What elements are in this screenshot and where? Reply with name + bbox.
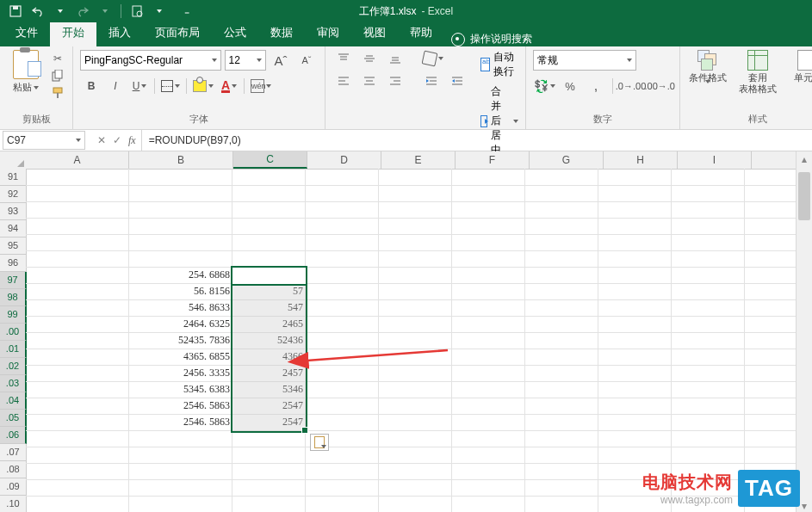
- cell-B98[interactable]: 56. 8156: [128, 283, 233, 299]
- align-left-icon[interactable]: [332, 72, 355, 89]
- cell-styles-button[interactable]: 单元格: [787, 50, 812, 83]
- row-header-109[interactable]: .09: [0, 478, 26, 496]
- column-header-G[interactable]: G: [530, 151, 604, 169]
- row-header-110[interactable]: .10: [0, 496, 26, 512]
- column-header-H[interactable]: H: [604, 151, 678, 169]
- cell-C104[interactable]: 5346: [232, 381, 307, 398]
- scrollbar-thumb[interactable]: [798, 172, 810, 220]
- tell-me-search[interactable]: 操作说明搜索: [451, 32, 532, 46]
- row-header-103[interactable]: .03: [0, 375, 27, 392]
- cell-B100[interactable]: 2464. 6325: [128, 316, 233, 332]
- accounting-format-button[interactable]: 💱: [533, 77, 555, 95]
- row-header-100[interactable]: .00: [0, 324, 27, 341]
- row-header-91[interactable]: 91: [0, 169, 26, 186]
- cell-B101[interactable]: 52435. 7836: [128, 332, 233, 349]
- align-bottom-icon[interactable]: [384, 50, 406, 67]
- underline-button[interactable]: U: [128, 77, 151, 95]
- scroll-up-icon[interactable]: ▴: [797, 151, 812, 167]
- qat-more-caret[interactable]: ₌: [177, 2, 197, 21]
- tab-review[interactable]: 审阅: [305, 20, 351, 46]
- percent-button[interactable]: %: [559, 77, 581, 95]
- cell-C98[interactable]: 57: [232, 283, 307, 299]
- redo-split-caret[interactable]: [95, 2, 115, 21]
- conditional-format-button[interactable]: 条件格式: [687, 50, 728, 95]
- tab-file[interactable]: 文件: [3, 20, 50, 46]
- print-preview-icon[interactable]: [127, 2, 147, 21]
- number-format-combo[interactable]: 常规: [533, 50, 636, 71]
- cell-C99[interactable]: 547: [232, 299, 307, 316]
- column-header-B[interactable]: B: [129, 151, 233, 169]
- tab-formulas[interactable]: 公式: [212, 20, 258, 46]
- cell-C100[interactable]: 2465: [232, 316, 307, 332]
- cell-C102[interactable]: 4366: [232, 349, 307, 365]
- tab-home[interactable]: 开始: [50, 20, 96, 46]
- merge-center-button[interactable]: 合并后居中: [480, 84, 518, 157]
- vertical-scrollbar[interactable]: ▴ ▾: [796, 151, 812, 512]
- row-header-92[interactable]: 92: [0, 186, 26, 203]
- row-header-108[interactable]: .08: [0, 461, 26, 478]
- row-headers[interactable]: 919293949596979899.00.01.02.03.04.05.06.…: [0, 169, 27, 512]
- row-header-95[interactable]: 95: [0, 237, 26, 255]
- row-header-97[interactable]: 97: [0, 272, 27, 289]
- increase-indent-icon[interactable]: [446, 72, 468, 89]
- cell-B103[interactable]: 2456. 3335: [128, 365, 233, 381]
- row-header-104[interactable]: .04: [0, 392, 27, 410]
- cell-B102[interactable]: 4365. 6855: [128, 349, 233, 365]
- tab-page-layout[interactable]: 页面布局: [143, 20, 212, 46]
- align-right-icon[interactable]: [384, 72, 406, 89]
- column-header-E[interactable]: E: [381, 151, 456, 169]
- cell-C106[interactable]: 2547: [232, 414, 307, 430]
- qat-customize-caret[interactable]: [149, 2, 170, 21]
- format-painter-icon[interactable]: [50, 86, 65, 100]
- comma-button[interactable]: ,: [585, 77, 607, 95]
- font-name-combo[interactable]: PingFangSC-Regular: [80, 50, 221, 71]
- cell-C97[interactable]: 255: [232, 267, 307, 283]
- column-header-F[interactable]: F: [456, 151, 530, 169]
- decrease-font-icon[interactable]: Aˇ: [295, 52, 318, 69]
- align-center-icon[interactable]: [358, 72, 381, 89]
- font-size-combo[interactable]: 12: [225, 50, 266, 71]
- row-header-99[interactable]: 99: [0, 306, 27, 324]
- column-header-C[interactable]: C: [233, 151, 307, 169]
- decrease-decimal-button[interactable]: .00→.0: [647, 77, 673, 95]
- borders-button[interactable]: [158, 77, 183, 95]
- undo-split-caret[interactable]: [50, 2, 71, 21]
- wrap-text-button[interactable]: 自动换行: [480, 50, 518, 79]
- name-box[interactable]: C97: [3, 131, 85, 150]
- cut-icon[interactable]: ✂: [50, 52, 65, 65]
- autofill-options-button[interactable]: [310, 434, 329, 451]
- cell-B106[interactable]: 2546. 5863: [128, 414, 233, 430]
- cell-B105[interactable]: 2546. 5863: [128, 398, 233, 414]
- redo-icon[interactable]: [72, 2, 93, 21]
- column-header-A[interactable]: A: [26, 151, 129, 169]
- increase-decimal-button[interactable]: .0→.00: [618, 77, 644, 95]
- format-as-table-button[interactable]: 套用 表格格式: [737, 50, 778, 95]
- cell-C101[interactable]: 52436: [232, 332, 307, 349]
- bold-button[interactable]: B: [80, 77, 102, 95]
- cell-B97[interactable]: 254. 6868: [128, 267, 233, 283]
- scroll-down-icon[interactable]: ▾: [797, 498, 812, 512]
- row-header-106[interactable]: .06: [0, 427, 27, 444]
- row-header-94[interactable]: 94: [0, 220, 26, 237]
- phonetic-button[interactable]: wén: [248, 77, 274, 95]
- orientation-button[interactable]: [420, 50, 446, 67]
- undo-icon[interactable]: [28, 2, 48, 21]
- enter-icon[interactable]: ✓: [113, 134, 121, 146]
- column-header-I[interactable]: I: [678, 151, 752, 169]
- row-header-96[interactable]: 96: [0, 255, 26, 272]
- fill-color-button[interactable]: [190, 77, 216, 95]
- save-icon[interactable]: [5, 2, 26, 21]
- column-headers[interactable]: ABCDEFGHI: [26, 151, 797, 170]
- decrease-indent-icon[interactable]: [420, 72, 443, 89]
- increase-font-icon[interactable]: Aˆ: [270, 52, 292, 69]
- align-top-icon[interactable]: [332, 50, 355, 67]
- tab-data[interactable]: 数据: [258, 20, 305, 46]
- worksheet[interactable]: ABCDEFGHI 919293949596979899.00.01.02.03…: [0, 151, 812, 512]
- paste-button[interactable]: 粘贴: [7, 50, 45, 94]
- row-header-105[interactable]: .05: [0, 410, 27, 427]
- row-header-101[interactable]: .01: [0, 341, 27, 358]
- cell-B99[interactable]: 546. 8633: [128, 299, 233, 316]
- tab-help[interactable]: 帮助: [398, 20, 444, 46]
- cancel-icon[interactable]: ✕: [97, 134, 106, 146]
- tab-view[interactable]: 视图: [351, 20, 398, 46]
